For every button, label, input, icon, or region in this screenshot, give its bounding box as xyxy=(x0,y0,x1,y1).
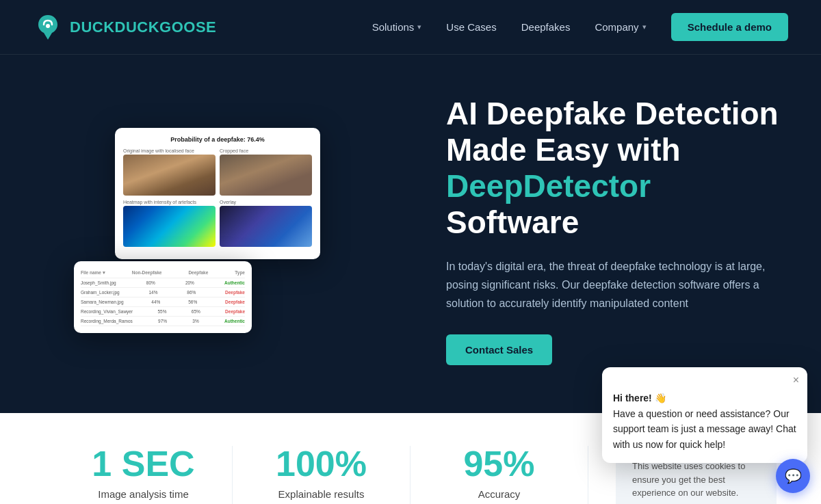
list-item: Samara_Newman.jpg44%56%Deepfake xyxy=(81,297,245,307)
nav-deepfakes[interactable]: Deepfakes xyxy=(521,21,571,33)
logo[interactable]: DUCKDUCKGOOSE xyxy=(33,12,216,42)
probability-bar: Probability of a deepfake: 76.4% xyxy=(123,136,312,143)
logo-text: DUCKDUCKGOOSE xyxy=(70,18,216,36)
nav-use-cases[interactable]: Use Cases xyxy=(446,21,496,33)
overlay-image-block: Overlay xyxy=(220,200,312,247)
nav-company[interactable]: Company ▾ xyxy=(595,21,646,33)
hero-description: In today's digital era, the threat of de… xyxy=(446,257,788,313)
list-item: Joseph_Smith.jpg80%20%Authentic xyxy=(81,278,245,288)
hero-section: Probability of a deepfake: 76.4% Origina… xyxy=(0,55,821,413)
stat-item-accuracy: 95% Accuracy xyxy=(410,446,588,504)
image-row-top: Original image with localised face Cropp… xyxy=(123,148,312,196)
chat-bubble-icon: 💬 xyxy=(785,468,802,484)
stat-value-speed: 1 SEC xyxy=(68,446,218,481)
heatmap-image xyxy=(123,206,216,247)
stat-label-explainability: Explainable results xyxy=(246,488,396,500)
chat-greeting: Hi there! 👋 Have a question or need assi… xyxy=(613,390,796,452)
cropped-image-block: Cropped face xyxy=(220,148,312,196)
nav-links: Solutions ▾ Use Cases Deepfakes Company … xyxy=(372,13,788,41)
navbar: DUCKDUCKGOOSE Solutions ▾ Use Cases Deep… xyxy=(0,0,821,55)
cookie-text: This website uses cookies to ensure you … xyxy=(632,460,760,500)
chat-widget: × Hi there! 👋 Have a question or need as… xyxy=(602,367,807,463)
chat-body: Hi there! 👋 Have a question or need assi… xyxy=(602,386,807,463)
stat-label-speed: Image analysis time xyxy=(68,488,218,500)
stat-value-explainability: 100% xyxy=(246,446,396,481)
chat-header: × xyxy=(602,367,807,386)
stat-value-accuracy: 95% xyxy=(424,446,574,481)
contact-sales-button[interactable]: Contact Sales xyxy=(446,334,552,365)
heatmap-image-block: Heatmap with intensity of artefacts xyxy=(123,200,216,247)
original-face-image xyxy=(123,155,216,196)
demo-screenshot-mock: Probability of a deepfake: 76.4% Origina… xyxy=(74,128,348,333)
hero-title: AI Deepfake Detection Made Easy with Dee… xyxy=(446,96,788,241)
logo-icon xyxy=(33,12,63,42)
chevron-down-icon: ▾ xyxy=(417,23,421,31)
chat-circle-button[interactable]: 💬 xyxy=(776,459,810,493)
analysis-card: Probability of a deepfake: 76.4% Origina… xyxy=(115,128,320,259)
chevron-down-icon: ▾ xyxy=(642,23,647,31)
svg-point-0 xyxy=(46,24,50,28)
stat-item-speed: 1 SEC Image analysis time xyxy=(55,446,233,504)
hero-screenshot: Probability of a deepfake: 76.4% Origina… xyxy=(33,128,389,333)
file-list-card: File name ▾Non-DeepfakeDeepfakeType Jose… xyxy=(74,261,252,333)
cropped-face-image xyxy=(220,155,312,196)
list-item: Recording_Vivian_Sawyer55%65%Deepfake xyxy=(81,307,245,317)
list-item: Graham_Locker.jpg14%86%Deepfake xyxy=(81,288,245,297)
nav-solutions[interactable]: Solutions ▾ xyxy=(372,21,422,33)
image-row-bottom: Heatmap with intensity of artefacts Over… xyxy=(123,200,312,247)
chat-close-button[interactable]: × xyxy=(793,374,799,386)
hero-content: AI Deepfake Detection Made Easy with Dee… xyxy=(405,96,788,365)
list-header-row: File name ▾Non-DeepfakeDeepfakeType xyxy=(81,268,245,278)
schedule-demo-button[interactable]: Schedule a demo xyxy=(671,13,788,41)
stat-item-explainability: 100% Explainable results xyxy=(233,446,410,504)
overlay-image xyxy=(220,206,312,247)
list-item: Recording_Merda_Ramos97%3%Authentic xyxy=(81,317,245,326)
original-image-block: Original image with localised face xyxy=(123,148,216,196)
stat-label-accuracy: Accuracy xyxy=(424,488,574,500)
